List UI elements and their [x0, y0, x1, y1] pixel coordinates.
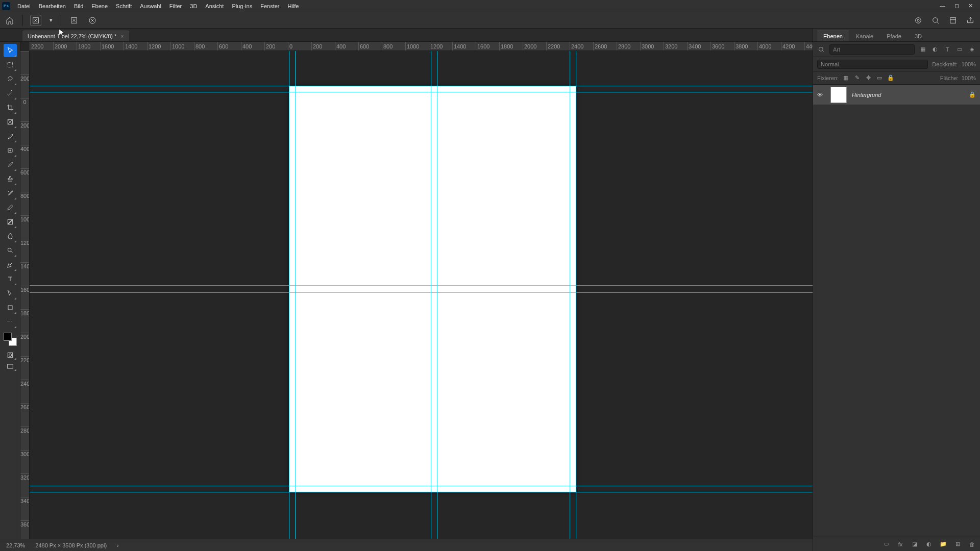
delete-icon[interactable]: 🗑: [968, 540, 976, 548]
guide-horizontal[interactable]: [30, 285, 813, 286]
menu-bild[interactable]: Bild: [70, 0, 87, 12]
minimize-icon[interactable]: —: [940, 3, 945, 9]
guide-vertical[interactable]: [431, 51, 431, 539]
filter-image-icon[interactable]: ▦: [919, 45, 927, 54]
home-icon[interactable]: [4, 15, 15, 26]
status-chevron-icon[interactable]: ›: [117, 542, 119, 548]
shape-tool[interactable]: [4, 301, 17, 314]
foreground-color-swatch[interactable]: [4, 333, 12, 341]
menu-plugins[interactable]: Plug-ins: [228, 0, 256, 12]
layer-filter-input[interactable]: [829, 44, 915, 55]
vertical-ruler[interactable]: 2000200400600800100012001400160018002000…: [20, 51, 30, 539]
blur-tool[interactable]: [4, 230, 17, 243]
eyedropper-tool[interactable]: [4, 130, 17, 143]
menu-filter[interactable]: Filter: [165, 0, 186, 12]
menu-auswahl[interactable]: Auswahl: [136, 0, 165, 12]
heal-tool[interactable]: [4, 144, 17, 157]
adjustment-icon[interactable]: ◐: [925, 540, 933, 548]
reset-frame-icon[interactable]: [87, 15, 98, 26]
close-tab-icon[interactable]: ×: [120, 33, 124, 39]
lock-all-icon[interactable]: 🔒: [887, 74, 895, 82]
cancel-frame-icon[interactable]: [30, 15, 41, 26]
blend-mode-select[interactable]: Normal: [817, 60, 928, 69]
guide-horizontal[interactable]: [30, 86, 813, 86]
guide-vertical[interactable]: [576, 51, 576, 539]
visibility-icon[interactable]: 👁: [817, 92, 825, 98]
guide-horizontal[interactable]: [30, 92, 813, 92]
crop-tool[interactable]: [4, 101, 17, 114]
filter-shape-icon[interactable]: ▭: [955, 45, 964, 54]
layer-thumbnail[interactable]: [830, 87, 847, 103]
guide-vertical[interactable]: [437, 51, 437, 539]
eraser-tool[interactable]: [4, 201, 17, 214]
layer-name[interactable]: Hintergrund: [852, 92, 964, 98]
canvas[interactable]: [30, 51, 813, 539]
path-select-tool[interactable]: [4, 287, 17, 300]
new-layer-icon[interactable]: ⊞: [953, 540, 962, 548]
wand-tool[interactable]: [4, 87, 17, 100]
guide-vertical[interactable]: [289, 51, 289, 539]
separator: [22, 15, 23, 26]
tab-ebenen[interactable]: Ebenen: [817, 31, 849, 41]
stamp-tool[interactable]: [4, 172, 17, 186]
filter-adjust-icon[interactable]: ◐: [931, 45, 939, 54]
screenmode-tool[interactable]: [4, 361, 17, 371]
guide-vertical[interactable]: [295, 51, 296, 539]
lock-position-icon[interactable]: ✥: [864, 74, 872, 82]
fill-value[interactable]: 100%: [962, 75, 976, 81]
menu-ansicht[interactable]: Ansicht: [201, 0, 228, 12]
menu-ebene[interactable]: Ebene: [87, 0, 112, 12]
guide-horizontal[interactable]: [30, 486, 813, 486]
cloud-docs-icon[interactable]: [913, 15, 924, 26]
tab-3d[interactable]: 3D: [909, 31, 928, 41]
guide-horizontal[interactable]: [30, 492, 813, 492]
type-tool[interactable]: [4, 272, 17, 286]
filter-smart-icon[interactable]: ◈: [968, 45, 976, 54]
workspace-icon[interactable]: [947, 15, 959, 26]
share-icon[interactable]: [965, 15, 976, 26]
menu-schrift[interactable]: Schrift: [112, 0, 136, 12]
lock-icon[interactable]: 🔒: [969, 91, 976, 98]
document-info[interactable]: 2480 Px × 3508 Px (300 ppi): [35, 542, 107, 548]
guide-horizontal[interactable]: [30, 292, 813, 293]
document-tab[interactable]: Unbenannt-1 bei 22,7% (CMYK/8) * ×: [22, 31, 129, 41]
confirm-frame-icon[interactable]: [68, 15, 80, 26]
search-icon[interactable]: [817, 45, 825, 54]
zoom-level[interactable]: 22,73%: [6, 542, 25, 548]
group-icon[interactable]: 📁: [939, 540, 947, 548]
fx-icon[interactable]: fx: [896, 540, 904, 548]
link-layers-icon[interactable]: ⬭: [882, 540, 890, 548]
search-icon[interactable]: [930, 15, 941, 26]
pen-tool[interactable]: [4, 258, 17, 271]
brush-tool[interactable]: [4, 158, 17, 171]
close-icon[interactable]: ✕: [968, 3, 973, 9]
opacity-value[interactable]: 100%: [962, 61, 976, 67]
color-swatches[interactable]: [4, 333, 17, 346]
guide-vertical[interactable]: [570, 51, 570, 539]
gradient-tool[interactable]: [4, 215, 17, 229]
layer-row[interactable]: 👁 Hintergrund 🔒: [813, 85, 980, 105]
horizontal-ruler[interactable]: 2200200018001600140012001000800600400200…: [30, 42, 813, 51]
lock-pixels-icon[interactable]: ▦: [842, 74, 850, 82]
maximize-icon[interactable]: ◻: [954, 3, 959, 9]
menu-bearbeiten[interactable]: Bearbeiten: [35, 0, 70, 12]
menu-3d[interactable]: 3D: [186, 0, 201, 12]
move-tool[interactable]: [4, 44, 17, 57]
quickmask-tool[interactable]: [4, 350, 17, 360]
lock-brush-icon[interactable]: ✎: [853, 74, 861, 82]
lock-artboard-icon[interactable]: ▭: [875, 74, 884, 82]
history-brush-tool[interactable]: [4, 187, 17, 200]
chevron-down-icon[interactable]: ▾: [48, 15, 54, 26]
menu-hilfe[interactable]: Hilfe: [283, 0, 303, 12]
tab-kanaele[interactable]: Kanäle: [850, 31, 879, 41]
mask-icon[interactable]: ◪: [911, 540, 919, 548]
filter-type-icon[interactable]: T: [943, 45, 951, 54]
lasso-tool[interactable]: [4, 72, 17, 86]
dodge-tool[interactable]: [4, 244, 17, 257]
menu-fenster[interactable]: Fenster: [256, 0, 283, 12]
more-tools[interactable]: ⋯: [4, 315, 17, 329]
menu-datei[interactable]: Datei: [13, 0, 35, 12]
marquee-tool[interactable]: [4, 58, 17, 71]
tab-pfade[interactable]: Pfade: [880, 31, 908, 41]
frame-tool[interactable]: [4, 115, 17, 129]
